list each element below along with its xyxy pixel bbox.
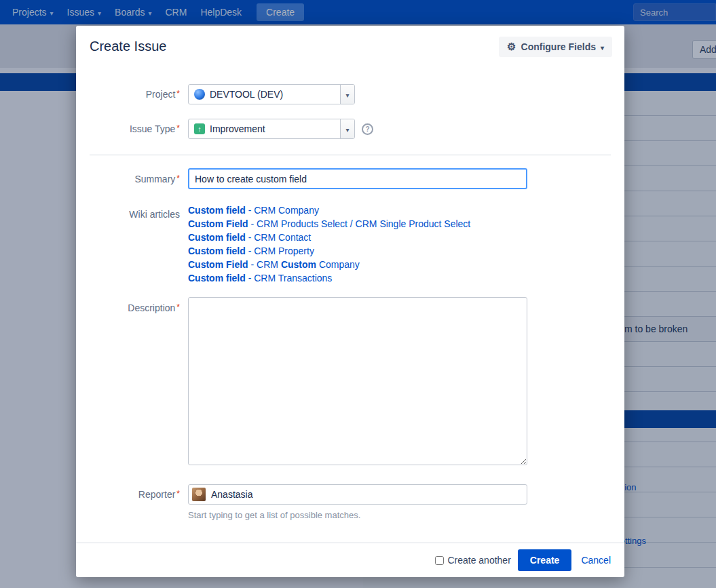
create-another-checkbox[interactable] (435, 556, 444, 565)
create-another-option: Create another (435, 555, 510, 566)
dialog-header: Create Issue Configure Fields (76, 26, 624, 65)
configure-fields-button[interactable]: Configure Fields (499, 37, 612, 57)
wiki-article-link[interactable]: Custom Field - CRM Products Select / CRM… (188, 218, 470, 229)
chevron-down-icon (345, 89, 349, 100)
summary-label: Summary (76, 174, 180, 184)
gear-icon (507, 41, 516, 53)
project-select[interactable]: DEVTOOL (DEV) (188, 84, 355, 104)
issue-type-value: Improvement (210, 123, 265, 134)
create-button[interactable]: Create (518, 549, 572, 571)
description-field-row: Description (76, 297, 624, 465)
issue-type-select-value-area[interactable]: Improvement (189, 119, 340, 138)
wiki-articles-label: Wiki articles (76, 203, 180, 220)
wiki-article-row: Custom Field - CRM Custom Company (188, 258, 470, 271)
wiki-articles-list: Custom field - CRM CompanyCustom Field -… (188, 203, 470, 285)
project-label: Project (76, 89, 180, 100)
wiki-article-row: Custom field - CRM Transactions (188, 271, 470, 285)
form-divider (90, 155, 611, 155)
wiki-article-link[interactable]: Custom field - CRM Property (188, 246, 314, 256)
wiki-article-link[interactable]: Custom field - CRM Company (188, 205, 319, 216)
wiki-article-link[interactable]: Custom Field - CRM Custom Company (188, 259, 360, 270)
wiki-article-row: Custom field - CRM Property (188, 244, 470, 258)
project-value: DEVTOOL (DEV) (210, 89, 283, 100)
chevron-down-icon (601, 41, 604, 52)
wiki-article-link[interactable]: Custom field - CRM Transactions (188, 273, 332, 283)
wiki-article-row: Custom field - CRM Company (188, 203, 470, 217)
configure-fields-label: Configure Fields (521, 41, 596, 52)
reporter-input[interactable]: Anastasia (188, 484, 527, 505)
dialog-body: Project DEVTOOL (DEV) Issue Type Improve… (76, 65, 624, 543)
project-dropdown-button[interactable] (340, 85, 354, 104)
user-avatar (192, 488, 206, 501)
issue-type-field-row: Issue Type Improvement (76, 119, 624, 139)
create-another-label: Create another (447, 555, 510, 566)
wiki-article-link[interactable]: Custom field - CRM Contact (188, 232, 311, 243)
help-icon[interactable] (362, 123, 373, 135)
cancel-link[interactable]: Cancel (581, 555, 611, 566)
reporter-value: Anastasia (211, 489, 252, 500)
issue-type-dropdown-button[interactable] (340, 119, 354, 138)
reporter-hint-text: Start typing to get a list of possible m… (188, 510, 624, 520)
summary-field-row: Summary (76, 168, 624, 189)
wiki-article-row: Custom field - CRM Contact (188, 231, 470, 244)
improvement-type-icon (194, 123, 205, 134)
issue-type-select[interactable]: Improvement (188, 119, 355, 139)
reporter-field-row: Reporter Anastasia (76, 484, 624, 505)
description-textarea[interactable] (188, 297, 527, 465)
wiki-articles-row: Wiki articles Custom field - CRM Company… (76, 203, 624, 285)
summary-input[interactable] (188, 168, 527, 189)
create-issue-dialog: Create Issue Configure Fields Project DE… (76, 26, 624, 577)
issue-type-label: Issue Type (76, 123, 180, 134)
dialog-footer: Create another Create Cancel (76, 543, 624, 577)
reporter-label: Reporter (76, 489, 180, 500)
description-label: Description (76, 297, 180, 313)
wiki-article-row: Custom Field - CRM Products Select / CRM… (188, 217, 470, 231)
project-select-value-area[interactable]: DEVTOOL (DEV) (189, 85, 340, 104)
chevron-down-icon (345, 123, 349, 134)
project-field-row: Project DEVTOOL (DEV) (76, 84, 624, 104)
project-avatar-icon (194, 89, 205, 100)
